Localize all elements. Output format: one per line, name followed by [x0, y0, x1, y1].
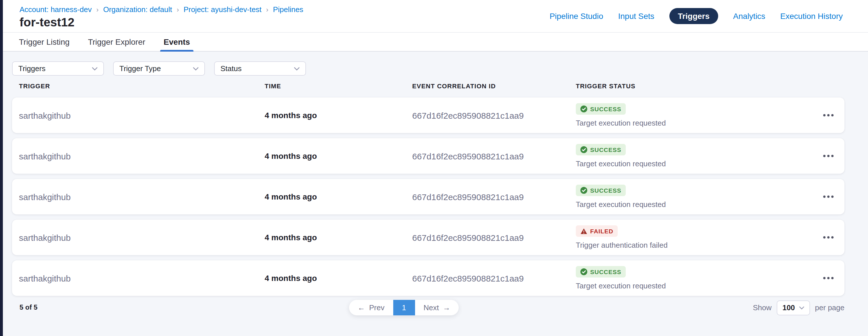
status-label: SUCCESS: [590, 268, 621, 275]
trigger-name: sarthakgithub: [19, 233, 265, 242]
event-time: 4 months ago: [265, 233, 412, 242]
triggers-filter-label: Triggers: [19, 64, 45, 73]
pagination: ← Prev 1 Next →: [349, 300, 459, 315]
status-label: SUCCESS: [590, 105, 621, 112]
breadcrumb-account[interactable]: Account: harness-dev: [20, 5, 92, 14]
collapsed-side-nav[interactable]: [0, 0, 3, 336]
table-row[interactable]: sarthakgithub 4 months ago 667d16f2ec895…: [12, 98, 844, 133]
status-filter-label: Status: [220, 64, 242, 73]
row-menu-button[interactable]: [820, 150, 837, 162]
arrow-left-icon: ←: [358, 303, 365, 312]
breadcrumb: Account: harness-dev › Organization: def…: [20, 5, 303, 14]
status-message: Target execution requested: [576, 159, 666, 168]
event-correlation-id: 667d16f2ec895908821c1aa9: [412, 273, 576, 283]
column-header-time: TIME: [265, 82, 412, 90]
tab-trigger-explorer[interactable]: Trigger Explorer: [84, 33, 149, 51]
table-header: TRIGGER TIME EVENT CORRELATION ID TRIGGE…: [12, 82, 844, 90]
prev-label: Prev: [369, 303, 384, 312]
check-circle-icon: [580, 187, 587, 194]
trigger-name: sarthakgithub: [19, 151, 265, 161]
trigger-type-filter-dropdown[interactable]: Trigger Type: [113, 61, 205, 76]
row-menu-button[interactable]: [820, 191, 837, 202]
arrow-right-icon: →: [443, 303, 451, 312]
nav-input-sets[interactable]: Input Sets: [618, 11, 654, 21]
row-menu-button[interactable]: [820, 272, 837, 284]
event-correlation-id: 667d16f2ec895908821c1aa9: [412, 151, 576, 161]
status-badge: SUCCESS: [576, 266, 626, 277]
column-header-trigger-status: TRIGGER STATUS: [576, 82, 812, 90]
trigger-type-filter-label: Trigger Type: [119, 64, 161, 73]
page-size-control: Show 100 per page: [753, 300, 844, 315]
triggers-filter-dropdown[interactable]: Triggers: [12, 61, 104, 76]
page-header: Account: harness-dev › Organization: def…: [3, 0, 868, 32]
event-time: 4 months ago: [265, 152, 412, 161]
next-label: Next: [423, 303, 439, 312]
chevron-down-icon: [294, 67, 300, 70]
nav-execution-history[interactable]: Execution History: [780, 11, 843, 21]
warning-triangle-icon: [580, 228, 587, 234]
per-page-label: per page: [815, 303, 844, 312]
row-menu-button[interactable]: [820, 109, 837, 121]
chevron-down-icon: [92, 67, 98, 70]
chevron-right-icon: ›: [266, 5, 268, 13]
status-badge: SUCCESS: [576, 144, 626, 156]
tab-trigger-listing[interactable]: Trigger Listing: [16, 33, 73, 51]
table-row[interactable]: sarthakgithub 4 months ago 667d16f2ec895…: [12, 260, 844, 296]
table-row[interactable]: sarthakgithub 4 months ago 667d16f2ec895…: [12, 179, 844, 214]
status-label: SUCCESS: [590, 146, 621, 153]
trigger-name: sarthakgithub: [19, 273, 265, 283]
check-circle-icon: [580, 268, 587, 275]
event-correlation-id: 667d16f2ec895908821c1aa9: [412, 110, 576, 120]
row-menu-button[interactable]: [820, 232, 837, 243]
next-page-button[interactable]: Next →: [415, 300, 459, 315]
event-time: 4 months ago: [265, 192, 412, 201]
nav-pipeline-studio[interactable]: Pipeline Studio: [550, 11, 603, 21]
status-message: Target execution requested: [576, 281, 666, 290]
triggers-events-page: Account: harness-dev › Organization: def…: [0, 0, 868, 336]
events-table: sarthakgithub 4 months ago 667d16f2ec895…: [12, 98, 844, 296]
column-header-trigger: TRIGGER: [19, 82, 265, 90]
chevron-down-icon: [799, 306, 804, 309]
status-badge: SUCCESS: [576, 184, 626, 196]
trigger-name: sarthakgithub: [19, 110, 265, 120]
status-message: Target execution requested: [576, 200, 666, 209]
check-circle-icon: [580, 146, 587, 153]
event-correlation-id: 667d16f2ec895908821c1aa9: [412, 192, 576, 202]
breadcrumb-project[interactable]: Project: ayushi-dev-test: [183, 5, 261, 14]
chevron-down-icon: [193, 67, 198, 70]
page-number-1[interactable]: 1: [393, 300, 415, 315]
table-row[interactable]: sarthakgithub 4 months ago 667d16f2ec895…: [12, 220, 844, 255]
pipeline-nav: Pipeline Studio Input Sets Triggers Anal…: [550, 0, 843, 32]
chevron-right-icon: ›: [177, 5, 179, 13]
tab-bar: Trigger Listing Trigger Explorer Events: [3, 32, 868, 52]
status-message: Target execution requested: [576, 119, 666, 127]
result-count: 5 of 5: [20, 303, 38, 311]
nav-analytics[interactable]: Analytics: [733, 11, 765, 21]
event-time: 4 months ago: [265, 273, 412, 283]
breadcrumb-pipelines[interactable]: Pipelines: [273, 5, 303, 14]
status-message: Trigger authentication failed: [576, 241, 668, 249]
event-time: 4 months ago: [265, 111, 412, 120]
status-filter-dropdown[interactable]: Status: [214, 61, 306, 76]
table-row[interactable]: sarthakgithub 4 months ago 667d16f2ec895…: [12, 138, 844, 174]
filter-bar: Triggers Trigger Type Status: [12, 61, 306, 76]
tab-events[interactable]: Events: [160, 33, 193, 51]
status-label: FAILED: [590, 228, 613, 235]
status-badge: FAILED: [576, 225, 618, 237]
show-label: Show: [753, 303, 772, 312]
breadcrumb-organization[interactable]: Organization: default: [103, 5, 172, 14]
chevron-right-icon: ›: [96, 5, 98, 13]
event-correlation-id: 667d16f2ec895908821c1aa9: [412, 233, 576, 242]
status-badge: SUCCESS: [576, 103, 626, 115]
trigger-name: sarthakgithub: [19, 192, 265, 202]
status-label: SUCCESS: [590, 187, 621, 194]
page-title: for-test12: [20, 15, 74, 29]
check-circle-icon: [580, 105, 587, 112]
column-header-event-correlation-id: EVENT CORRELATION ID: [412, 82, 576, 90]
page-size-select[interactable]: 100: [777, 300, 810, 315]
page-size-value: 100: [782, 303, 795, 312]
prev-page-button[interactable]: ← Prev: [349, 300, 393, 315]
nav-triggers-active[interactable]: Triggers: [670, 8, 718, 24]
